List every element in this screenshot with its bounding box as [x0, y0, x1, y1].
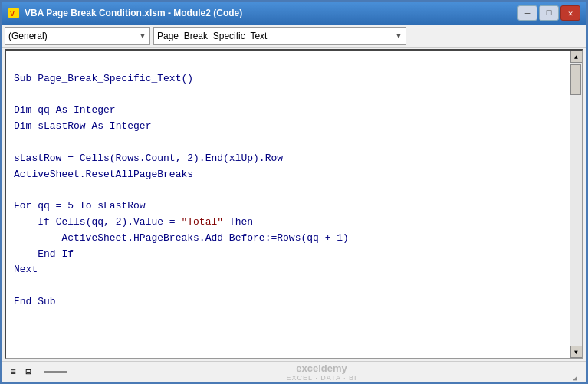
- code-line: Next: [14, 262, 562, 278]
- watermark: exceldemy EXCEL · DATA · BI: [71, 363, 573, 382]
- code-line: [14, 55, 562, 71]
- code-line: [14, 278, 562, 294]
- scroll-down-button[interactable]: ▼: [570, 346, 583, 358]
- close-button[interactable]: ✕: [560, 5, 580, 21]
- watermark-brand: exceldemy: [287, 363, 357, 374]
- vertical-scrollbar[interactable]: ▲ ▼: [570, 51, 582, 358]
- code-line: Sub Page_Break_Specific_Text(): [14, 71, 562, 87]
- scroll-track[interactable]: [570, 63, 582, 346]
- procedure-dropdown-value: Page_Break_Specific_Text: [157, 31, 267, 41]
- code-icon: ≡: [6, 366, 20, 379]
- code-line: [14, 135, 562, 151]
- code-content: Sub Page_Break_Specific_Text() Dim qq As…: [6, 51, 570, 358]
- general-dropdown[interactable]: (General) ▼: [5, 27, 150, 45]
- code-line: End Sub: [14, 294, 562, 310]
- status-divider: [44, 371, 67, 373]
- general-dropdown-value: (General): [8, 31, 48, 41]
- code-line: [14, 87, 562, 103]
- chevron-down-icon: ▼: [395, 31, 402, 40]
- resize-grip-icon[interactable]: ◢: [573, 373, 582, 382]
- code-line: ActiveSheet.ResetAllPageBreaks: [14, 167, 562, 183]
- code-line: For qq = 5 To sLastRow: [14, 199, 562, 215]
- title-bar: V VBA Page Break Condition.xlsm - Module…: [2, 2, 586, 25]
- code-editor[interactable]: Sub Page_Break_Specific_Text() Dim qq As…: [5, 49, 583, 359]
- minimize-button[interactable]: —: [517, 5, 537, 21]
- procedure-dropdown[interactable]: Page_Break_Specific_Text ▼: [153, 27, 406, 45]
- code-line: sLastRow = Cells(Rows.Count, 2).End(xlUp…: [14, 151, 562, 167]
- status-bar: ≡ ⊟ exceldemy EXCEL · DATA · BI ◢: [2, 361, 586, 382]
- app-icon: V: [8, 7, 20, 19]
- toolbar: (General) ▼ Page_Break_Specific_Text ▼: [2, 25, 586, 48]
- code-line: Dim qq As Integer: [14, 103, 562, 119]
- status-icons: ≡ ⊟: [6, 366, 35, 379]
- watermark-subtitle: EXCEL · DATA · BI: [287, 374, 357, 382]
- window-controls: — □ ✕: [517, 5, 580, 21]
- window-title: VBA Page Break Condition.xlsm - Module2 …: [25, 8, 517, 18]
- indent-icon: ⊟: [21, 366, 35, 379]
- maximize-button[interactable]: □: [539, 5, 559, 21]
- watermark-text: exceldemy EXCEL · DATA · BI: [287, 363, 357, 382]
- scroll-up-button[interactable]: ▲: [570, 51, 583, 63]
- svg-text:V: V: [10, 10, 15, 18]
- scroll-thumb[interactable]: [570, 64, 581, 95]
- code-line: Dim sLastRow As Integer: [14, 119, 562, 135]
- code-line: [14, 182, 562, 199]
- code-line: End If: [14, 247, 562, 263]
- code-line: ActiveSheet.HPageBreaks.Add Before:=Rows…: [14, 231, 562, 247]
- code-line: If Cells(qq, 2).Value = "Total" Then: [14, 215, 562, 231]
- main-window: V VBA Page Break Condition.xlsm - Module…: [0, 0, 588, 384]
- chevron-down-icon: ▼: [139, 31, 146, 40]
